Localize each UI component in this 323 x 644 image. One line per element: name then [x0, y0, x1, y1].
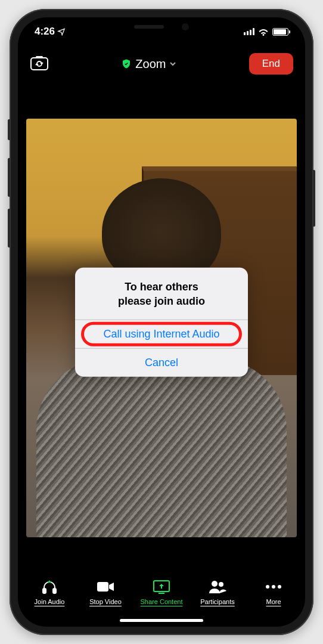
call-internet-audio-button[interactable]: Call using Internet Audio [75, 319, 248, 348]
video-camera-icon [97, 580, 114, 593]
cellular-signal-icon [244, 28, 254, 35]
toolbar-label: Join Audio [35, 598, 65, 605]
silent-switch [8, 119, 10, 140]
svg-rect-0 [31, 58, 48, 70]
notch [99, 17, 224, 36]
home-indicator[interactable] [120, 619, 203, 622]
battery-icon [272, 28, 288, 36]
chevron-down-icon [169, 61, 176, 66]
svg-rect-1 [43, 589, 46, 593]
bottom-toolbar: Join Audio Stop Video Share Content Part… [18, 565, 305, 610]
location-arrow-icon [57, 27, 66, 36]
svg-point-7 [266, 585, 269, 589]
stop-video-button[interactable]: Stop Video [79, 578, 132, 605]
participant-body [36, 358, 287, 537]
front-camera [182, 23, 189, 30]
participants-button[interactable]: Participants [191, 578, 244, 605]
svg-point-9 [278, 585, 281, 589]
volume-up-button [8, 158, 10, 197]
svg-rect-2 [53, 589, 56, 593]
power-button [313, 170, 315, 227]
toolbar-label: Stop Video [89, 598, 122, 605]
speaker-grille [134, 25, 164, 29]
svg-point-8 [272, 585, 275, 589]
more-horizontal-icon [265, 584, 282, 589]
toolbar-label: Share Content [141, 598, 183, 605]
screen: 4:26 Zoom [18, 17, 305, 627]
meeting-title: Zoom [135, 57, 166, 71]
svg-point-6 [219, 582, 223, 587]
volume-down-button [8, 209, 10, 247]
cancel-button[interactable]: Cancel [75, 348, 248, 376]
app-header: Zoom End [18, 46, 305, 82]
end-meeting-button[interactable]: End [249, 53, 293, 75]
phone-frame: 4:26 Zoom [10, 9, 313, 635]
flip-camera-button[interactable] [30, 54, 49, 73]
dialog-title: To hear others please join audio [75, 268, 248, 320]
more-button[interactable]: More [247, 578, 300, 605]
svg-rect-3 [97, 582, 108, 592]
join-audio-button[interactable]: Join Audio [23, 578, 76, 605]
flip-camera-icon [30, 54, 49, 71]
toolbar-label: Participants [200, 598, 234, 605]
headphones-up-icon [41, 578, 58, 595]
share-content-button[interactable]: Share Content [135, 578, 188, 605]
join-audio-dialog: To hear others please join audio Call us… [75, 268, 248, 377]
share-screen-icon [153, 579, 170, 595]
svg-point-5 [212, 581, 218, 587]
shield-check-icon [121, 58, 132, 69]
meeting-title-button[interactable]: Zoom [121, 57, 176, 71]
wifi-icon [258, 28, 269, 36]
participants-icon [209, 580, 226, 594]
status-time: 4:26 [35, 26, 55, 38]
toolbar-label: More [266, 598, 281, 605]
